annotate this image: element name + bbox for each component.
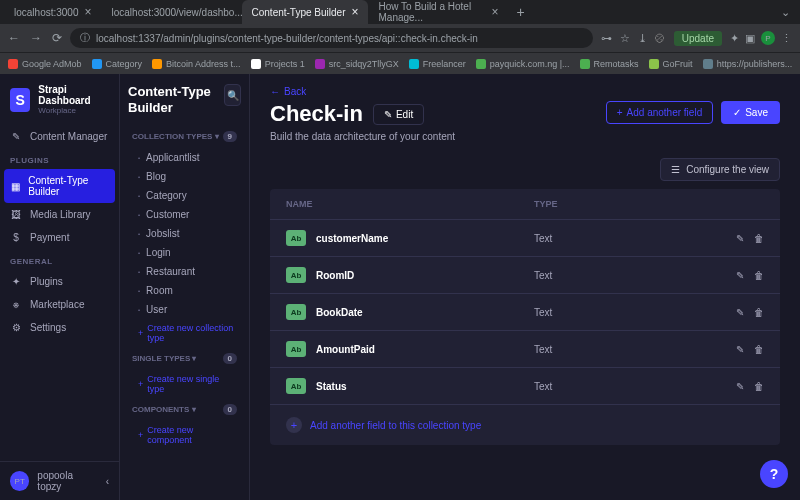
edit-icon[interactable]: ✎: [736, 344, 744, 355]
back-icon[interactable]: ←: [8, 31, 20, 45]
create-collection-link[interactable]: +Create new collection type: [128, 319, 241, 347]
save-button[interactable]: ✓ Save: [721, 101, 780, 124]
field-type: Text: [534, 381, 714, 392]
plus-circle-icon: +: [286, 417, 302, 433]
field-type: Text: [534, 270, 714, 281]
key-icon[interactable]: ⊶: [601, 32, 612, 45]
tab-title: localhost:3000/view/dashbo...: [112, 7, 243, 18]
sidebar-item-content-manager[interactable]: ✎ Content Manager: [0, 125, 119, 148]
collection-types-heading[interactable]: COLLECTION TYPES ▾ 9: [128, 125, 241, 148]
plus-icon: +: [138, 379, 143, 389]
text-field-icon: Ab: [286, 341, 306, 357]
browser-tab[interactable]: How To Build a Hotel Manage...×: [368, 0, 508, 24]
collection-item[interactable]: Customer: [128, 205, 241, 224]
create-component-link[interactable]: +Create new component: [128, 421, 241, 449]
bookmark-item[interactable]: Category: [92, 59, 143, 69]
help-button[interactable]: ?: [760, 460, 788, 488]
reload-icon[interactable]: ⟳: [52, 31, 62, 45]
chevron-left-icon[interactable]: ‹: [106, 476, 109, 487]
brand[interactable]: S Strapi Dashboard Workplace: [0, 74, 119, 125]
bookmark-item[interactable]: Freelancer: [409, 59, 466, 69]
chevron-down-icon[interactable]: ⌄: [775, 6, 796, 19]
bookmark-icon[interactable]: ☆: [620, 32, 630, 45]
bookmark-item[interactable]: Remotasks: [580, 59, 639, 69]
collection-item[interactable]: Category: [128, 186, 241, 205]
trash-icon[interactable]: 🗑: [754, 307, 764, 318]
sidebar-item-payment[interactable]: $ Payment: [0, 226, 119, 249]
field-type: Text: [534, 344, 714, 355]
edit-icon[interactable]: ✎: [736, 381, 744, 392]
text-field-icon: Ab: [286, 230, 306, 246]
browser-tab[interactable]: localhost:3000×: [4, 0, 102, 24]
collection-item[interactable]: Restaurant: [128, 262, 241, 281]
create-single-link[interactable]: +Create new single type: [128, 370, 241, 398]
sidebar-item-marketplace[interactable]: ⎈ Marketplace: [0, 293, 119, 316]
edit-icon[interactable]: ✎: [736, 270, 744, 281]
collection-item[interactable]: User: [128, 300, 241, 319]
strapi-app: S Strapi Dashboard Workplace ✎ Content M…: [0, 74, 800, 500]
add-field-row[interactable]: + Add another field to this collection t…: [270, 404, 780, 445]
image-icon: 🖼: [10, 209, 22, 220]
configure-view-button[interactable]: ☰ Configure the view: [660, 158, 780, 181]
components-count-badge: 0: [223, 404, 237, 415]
extensions-icon[interactable]: ✦: [730, 32, 739, 45]
bookmark-item[interactable]: https://publishers...: [703, 59, 793, 69]
install-icon[interactable]: ⤓: [638, 32, 647, 45]
bookmark-item[interactable]: Projects 1: [251, 59, 305, 69]
bookmark-item[interactable]: src_sidqy2TllyGX: [315, 59, 399, 69]
collection-item[interactable]: Login: [128, 243, 241, 262]
edit-button[interactable]: ✎ Edit: [373, 104, 424, 125]
forward-icon[interactable]: →: [30, 31, 42, 45]
bookmark-item[interactable]: Google AdMob: [8, 59, 82, 69]
bookmark-item[interactable]: payquick.com.ng |...: [476, 59, 570, 69]
single-types-heading[interactable]: SINGLE TYPES ▾ 0: [128, 347, 241, 370]
search-button[interactable]: 🔍: [224, 84, 241, 106]
strapi-logo-icon: S: [10, 88, 30, 112]
table-row: Ab Status Text ✎🗑: [270, 367, 780, 404]
url-text: localhost:1337/admin/plugins/content-typ…: [96, 33, 478, 44]
fields-table: NAME TYPE Ab customerName Text ✎🗑 Ab Roo…: [270, 189, 780, 445]
trash-icon[interactable]: 🗑: [754, 344, 764, 355]
arrow-left-icon: ←: [270, 86, 280, 97]
collection-item[interactable]: Applicantlist: [128, 148, 241, 167]
sidebar-item-plugins[interactable]: ✦ Plugins: [0, 270, 119, 293]
close-icon[interactable]: ×: [351, 5, 358, 19]
sidebar-user[interactable]: PT popoola topzy ‹: [0, 461, 119, 500]
collection-item[interactable]: Jobslist: [128, 224, 241, 243]
sidebar-heading-plugins: PLUGINS: [0, 148, 119, 169]
browser-tab[interactable]: Content-Type Builder×: [242, 0, 369, 24]
collection-item[interactable]: Blog: [128, 167, 241, 186]
sidebar-item-media-library[interactable]: 🖼 Media Library: [0, 203, 119, 226]
back-link[interactable]: ← Back: [270, 86, 780, 97]
close-icon[interactable]: ×: [491, 5, 498, 19]
cast-icon[interactable]: ▣: [745, 32, 755, 45]
avatar: PT: [10, 471, 29, 491]
sidebar-item-content-type-builder[interactable]: ▦ Content-Type Builder: [4, 169, 115, 203]
trash-icon[interactable]: 🗑: [754, 381, 764, 392]
bookmark-item[interactable]: GoFruit: [649, 59, 693, 69]
edit-icon[interactable]: ✎: [736, 307, 744, 318]
components-heading[interactable]: COMPONENTS ▾ 0: [128, 398, 241, 421]
site-info-icon[interactable]: ⓘ: [80, 31, 90, 45]
url-input[interactable]: ⓘ localhost:1337/admin/plugins/content-t…: [70, 28, 593, 48]
collection-item[interactable]: Room: [128, 281, 241, 300]
menu-icon[interactable]: ⋮: [781, 32, 792, 45]
add-another-field-button[interactable]: + Add another field: [606, 101, 713, 124]
secondary-sidebar: Content-Type Builder 🔍 COLLECTION TYPES …: [120, 74, 250, 500]
col-name-header: NAME: [286, 199, 534, 209]
text-field-icon: Ab: [286, 267, 306, 283]
browser-tab[interactable]: localhost:3000/view/dashbo...×: [102, 0, 242, 24]
update-button[interactable]: Update: [674, 31, 722, 46]
pencil-icon: ✎: [10, 131, 22, 142]
trash-icon[interactable]: 🗑: [754, 270, 764, 281]
new-tab-button[interactable]: +: [508, 4, 532, 20]
edit-icon[interactable]: ✎: [736, 233, 744, 244]
sidebar-item-settings[interactable]: ⚙ Settings: [0, 316, 119, 339]
bookmark-item[interactable]: Bitcoin Address t...: [152, 59, 241, 69]
adblock-icon[interactable]: ⛒: [655, 32, 666, 44]
trash-icon[interactable]: 🗑: [754, 233, 764, 244]
cart-icon: ⎈: [10, 299, 22, 310]
close-icon[interactable]: ×: [85, 5, 92, 19]
profile-avatar[interactable]: P: [761, 31, 775, 45]
question-icon: ?: [770, 466, 779, 482]
